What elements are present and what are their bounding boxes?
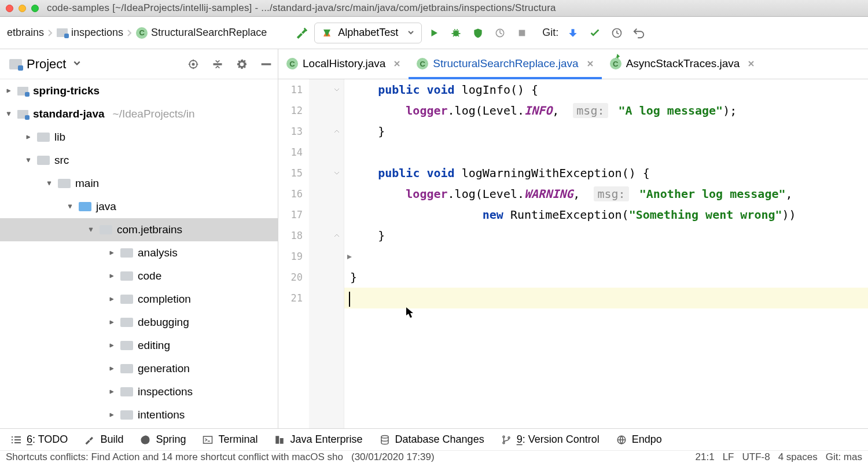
collapse-icon[interactable] [5, 111, 13, 117]
collapse-icon[interactable] [87, 227, 95, 233]
editor-tab[interactable]: CAsyncStackTraces.java [602, 49, 763, 79]
tree-node[interactable]: spring-tricks [0, 79, 278, 102]
expand-icon[interactable] [108, 319, 116, 325]
expand-icon[interactable] [108, 296, 116, 302]
tree-node[interactable]: standard-java~/IdeaProjects/in [0, 102, 278, 126]
collapse-icon[interactable] [45, 181, 53, 186]
svg-point-11 [503, 436, 505, 438]
database-tool-button[interactable]: Database Changes [379, 433, 484, 446]
chevron-down-icon[interactable] [73, 59, 81, 69]
project-tool-title[interactable]: Project [27, 57, 66, 72]
minimize-window-button[interactable] [19, 5, 26, 12]
editor-tab[interactable]: CLocalHistory.java [278, 49, 409, 79]
tree-node-selected[interactable]: com.jetbrains [0, 218, 278, 241]
breadcrumb-item[interactable]: CStructuralSearchReplace [133, 24, 270, 41]
expand-icon[interactable] [108, 343, 116, 348]
stop-button[interactable] [512, 23, 532, 43]
tree-node[interactable]: java [0, 195, 278, 218]
tree-node[interactable]: inspections [0, 380, 278, 403]
zoom-window-button[interactable] [31, 5, 39, 12]
project-tool-header: Project [0, 49, 278, 79]
status-branch[interactable]: Git: mas [826, 451, 862, 463]
tree-node[interactable]: analysis [0, 241, 278, 264]
build-tool-button[interactable]: Build [84, 433, 123, 446]
git-revert-button[interactable] [629, 23, 649, 43]
tree-label: src [54, 149, 69, 172]
gear-icon[interactable] [236, 58, 248, 70]
tree-node[interactable]: completion [0, 288, 278, 311]
fold-icon[interactable] [333, 79, 340, 100]
breadcrumb-item[interactable]: etbrains [3, 24, 47, 41]
expand-icon[interactable] [108, 250, 116, 256]
expand-icon[interactable] [108, 273, 116, 279]
close-icon[interactable] [587, 57, 594, 70]
fold-icon[interactable] [333, 225, 340, 246]
tree-label: lib [54, 126, 65, 149]
version-control-tool-button[interactable]: 9: Version Control [501, 433, 599, 446]
git-history-button[interactable] [607, 23, 627, 43]
status-date: (30/01/2020 17:39) [351, 451, 435, 463]
breadcrumb-label: StructuralSearchReplace [151, 27, 267, 39]
build-hammer-button[interactable] [292, 23, 312, 43]
profile-button[interactable] [490, 23, 510, 43]
tree-node[interactable]: debugging [0, 311, 278, 334]
expand-icon[interactable] [24, 134, 32, 140]
tree-node[interactable]: lib [0, 126, 278, 149]
tree-node[interactable]: intentions [0, 403, 278, 427]
fold-icon[interactable] [333, 121, 340, 142]
folder-icon [37, 156, 50, 165]
folder-icon [57, 28, 68, 37]
git-commit-button[interactable] [585, 23, 605, 43]
class-icon: C [136, 27, 148, 39]
window-title: code-samples [~/IdeaProjects/intellij-sa… [47, 2, 556, 14]
close-window-button[interactable] [6, 5, 13, 12]
code-editor[interactable]: 11 12 13 14 15 16 17 18 19 20 21 public … [278, 79, 868, 428]
status-encoding[interactable]: UTF-8 [742, 451, 770, 463]
spring-tool-button[interactable]: Spring [139, 433, 186, 446]
todo-tool-button[interactable]: 6: TODO [10, 433, 68, 446]
editor-tab-active[interactable]: CStructuralSearchReplace.java [409, 49, 601, 79]
package-icon [120, 271, 133, 281]
collapse-all-icon[interactable] [212, 58, 223, 70]
svg-point-10 [381, 435, 388, 438]
collapse-icon[interactable] [66, 204, 74, 210]
hide-icon[interactable] [260, 58, 272, 70]
status-line-ending[interactable]: LF [723, 451, 734, 463]
fold-icon[interactable] [333, 163, 340, 183]
endpoints-tool-button[interactable]: Endpo [616, 433, 662, 446]
coverage-button[interactable] [468, 23, 488, 43]
tool-label: 6: TODO [27, 433, 68, 446]
git-update-button[interactable] [563, 23, 583, 43]
run-button[interactable] [424, 23, 444, 43]
tree-node[interactable]: editing [0, 334, 278, 357]
tree-node[interactable]: main [0, 172, 278, 195]
collapse-icon[interactable] [24, 157, 32, 163]
run-configuration-selector[interactable]: AlphabetTest [314, 23, 422, 43]
tree-node[interactable]: generation [0, 357, 278, 380]
editor-gutter[interactable]: 11 12 13 14 15 16 17 18 19 20 21 [278, 79, 344, 428]
status-indent[interactable]: 4 spaces [778, 451, 818, 463]
terminal-icon [202, 434, 214, 446]
line-number: 14 [278, 142, 310, 163]
expand-icon[interactable] [5, 88, 13, 94]
expand-icon[interactable] [108, 366, 116, 372]
breadcrumb-item[interactable]: inspections [53, 24, 127, 41]
tree-node[interactable]: code [0, 264, 278, 288]
status-position[interactable]: 21:1 [696, 451, 715, 463]
java-ee-tool-button[interactable]: Java Enterprise [274, 433, 362, 446]
close-icon[interactable] [748, 57, 755, 70]
terminal-tool-button[interactable]: Terminal [202, 433, 258, 446]
debug-button[interactable] [446, 23, 466, 43]
package-icon [120, 364, 133, 373]
tree-node[interactable]: src [0, 149, 278, 172]
close-icon[interactable] [393, 57, 400, 70]
code-text[interactable]: public void logInfo() { logger.log(Level… [344, 79, 868, 428]
project-tree[interactable]: spring-tricks standard-java~/IdeaProject… [0, 79, 278, 428]
expand-icon[interactable] [108, 389, 116, 395]
locate-icon[interactable] [187, 58, 199, 70]
tool-label: Build [100, 433, 123, 446]
line-number: 21 [278, 288, 310, 308]
svg-rect-7 [204, 436, 212, 443]
tree-label: analysis [138, 241, 178, 264]
expand-icon[interactable] [108, 412, 116, 418]
